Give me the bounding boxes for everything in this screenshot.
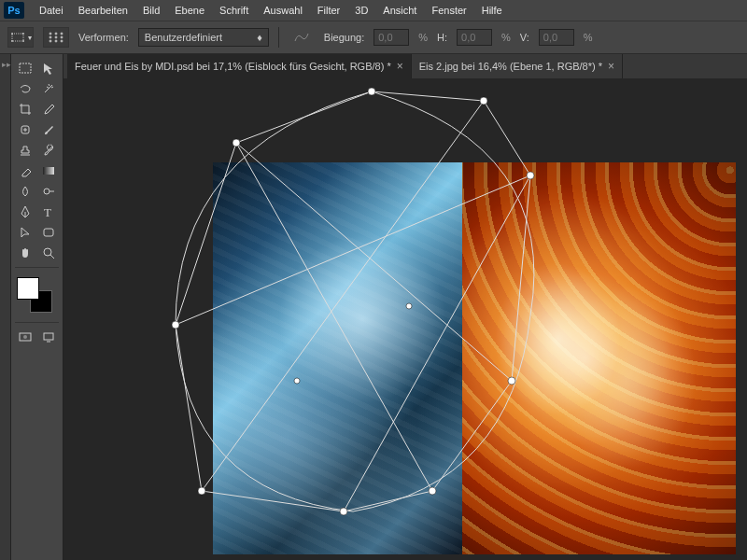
quickmask-toggle[interactable] [13,327,37,347]
svg-point-2 [22,33,24,35]
warp-preset-select[interactable]: Benutzerdefiniert ♦ [138,28,269,47]
h-input[interactable]: 0,0 [457,29,492,46]
stamp-tool[interactable] [13,140,37,161]
document-tabs: Feuer und Eis by MDI.psd bei 17,1% (Eisb… [63,54,747,78]
v-unit: % [584,32,593,43]
warp-label: Verformen: [78,32,129,43]
collapse-icon[interactable]: ▸▸ [2,60,8,69]
brush-tool[interactable] [37,119,62,140]
warp-grid-lines [176,101,530,511]
menu-select[interactable]: Auswahl [256,0,310,21]
dodge-tool[interactable] [37,181,62,202]
svg-point-20 [44,248,51,256]
v-label: V: [520,32,529,43]
blur-tool[interactable] [13,181,37,202]
menu-type[interactable]: Schrift [212,0,256,21]
svg-point-1 [11,33,13,35]
eyedropper-tool[interactable] [37,99,62,119]
shape-tool[interactable] [37,222,62,243]
document-area: Feuer und Eis by MDI.psd bei 17,1% (Eisb… [63,54,747,560]
warp-mesh-overlay[interactable] [120,78,624,558]
tool-panel: T [11,54,63,560]
screenmode-toggle[interactable] [37,327,62,347]
tab-label: Eis 2.jpg bei 16,4% (Ebene 1, RGB/8*) * [419,61,602,72]
svg-point-13 [61,40,63,42]
menu-view[interactable]: Ansicht [375,0,424,21]
history-brush-tool[interactable] [37,140,62,161]
warp-grid-icon[interactable] [43,27,69,48]
svg-point-31 [340,508,347,515]
menu-filter[interactable]: Filter [310,0,347,21]
svg-point-12 [55,40,57,42]
svg-point-8 [49,36,51,38]
color-swatches[interactable] [17,277,52,313]
warp-orientation-icon[interactable] [289,27,315,48]
chevron-down-icon: ♦ [257,32,262,43]
svg-rect-14 [20,63,31,73]
eraser-tool[interactable] [13,161,37,181]
document-tab[interactable]: Eis 2.jpg bei 16,4% (Ebene 1, RGB/8*) * … [412,54,623,78]
svg-point-27 [527,172,534,179]
menu-file[interactable]: Datei [32,0,71,21]
pen-tool[interactable] [13,202,37,222]
tab-label: Feuer und Eis by MDI.psd bei 17,1% (Eisb… [75,61,391,72]
move-tool[interactable] [37,58,62,78]
svg-point-9 [55,36,57,38]
heal-tool[interactable] [13,119,37,140]
svg-point-29 [508,377,515,385]
svg-point-25 [233,139,240,147]
gradient-tool[interactable] [37,161,62,181]
close-icon[interactable]: × [608,60,614,73]
bend-input[interactable]: 0,0 [374,29,409,46]
left-gutter: ▸▸ [0,54,11,560]
transform-tool-icon[interactable]: ▾ [7,27,34,48]
svg-point-34 [294,378,300,384]
bend-unit: % [418,32,428,43]
menu-window[interactable]: Fenster [424,0,473,21]
path-select-tool[interactable] [13,222,37,243]
document-tab[interactable]: Feuer und Eis by MDI.psd bei 17,1% (Eisb… [67,54,412,78]
hand-tool[interactable] [13,243,37,263]
svg-rect-19 [44,229,53,236]
svg-point-32 [429,487,436,495]
menu-bar: Ps Datei Bearbeiten Bild Ebene Schrift A… [0,0,747,21]
svg-rect-0 [12,34,23,41]
wand-tool[interactable] [37,78,62,99]
svg-point-24 [368,88,375,95]
app-logo: Ps [4,2,24,19]
zoom-tool[interactable] [37,243,62,263]
options-bar: ▾ Verformen: Benutzerdefiniert ♦ Biegung… [0,21,747,54]
svg-point-11 [49,40,51,42]
svg-point-26 [480,97,487,105]
menu-help[interactable]: Hilfe [474,0,510,21]
h-label: H: [437,32,447,43]
menu-3d[interactable]: 3D [347,0,375,21]
svg-text:T: T [44,205,51,219]
menu-image[interactable]: Bild [135,0,167,21]
lasso-tool[interactable] [13,78,37,99]
svg-point-4 [22,40,24,42]
canvas-viewport[interactable] [63,78,747,560]
svg-rect-16 [43,167,54,175]
v-input[interactable]: 0,0 [539,29,574,46]
svg-point-28 [172,321,179,329]
bend-label: Biegung: [324,32,364,43]
foreground-swatch[interactable] [17,277,39,300]
svg-rect-23 [44,333,53,340]
warp-preset-value: Benutzerdefiniert [145,32,222,43]
svg-point-5 [49,33,51,35]
marquee-tool[interactable] [13,58,37,78]
menu-layer[interactable]: Ebene [167,0,212,21]
svg-point-33 [406,303,412,309]
svg-point-17 [44,189,49,194]
menu-edit[interactable]: Bearbeiten [71,0,135,21]
crop-tool[interactable] [13,99,37,119]
warp-curve[interactable] [176,91,534,511]
warp-anchors[interactable] [172,88,534,515]
type-tool[interactable]: T [37,202,62,222]
svg-point-30 [198,487,205,495]
close-icon[interactable]: × [397,60,403,73]
chevron-down-icon: ▾ [28,34,32,42]
svg-point-7 [61,33,63,35]
svg-point-3 [11,40,13,42]
